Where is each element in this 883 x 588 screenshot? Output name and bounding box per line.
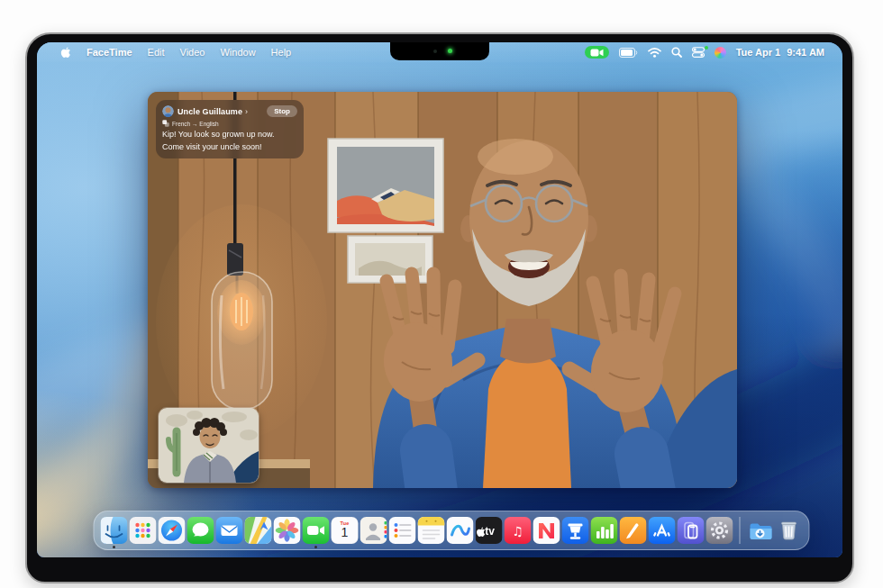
trash-icon[interactable] xyxy=(776,517,803,544)
webcam-icon xyxy=(433,50,437,53)
contacts-icon[interactable] xyxy=(360,517,387,544)
news-icon[interactable] xyxy=(533,517,560,544)
battery-icon[interactable] xyxy=(619,48,638,58)
translate-icon xyxy=(162,120,169,127)
menu-window[interactable]: Window xyxy=(220,47,255,58)
apple-newsroom-image: FaceTimeEditVideoWindowHelp xyxy=(0,0,883,588)
maps-icon[interactable] xyxy=(245,517,272,544)
camera-active-led xyxy=(448,49,452,53)
apple-menu[interactable] xyxy=(60,46,71,59)
macbook-screen: FaceTimeEditVideoWindowHelp xyxy=(37,42,842,557)
system-settings-icon[interactable] xyxy=(706,517,733,544)
facetime-window: Uncle Guillaume › Stop French → English xyxy=(148,92,737,488)
facetime-icon[interactable] xyxy=(303,517,330,544)
status-green-dot xyxy=(705,46,708,50)
numbers-icon[interactable] xyxy=(591,517,618,544)
keynote-icon[interactable] xyxy=(562,517,589,544)
iphone-mirroring-icon[interactable] xyxy=(678,517,705,544)
safari-icon[interactable] xyxy=(159,517,186,544)
control-center-icon[interactable] xyxy=(692,47,705,58)
menu-bar-clock[interactable]: Tue Apr 1 9:41 AM xyxy=(736,47,824,58)
speaker-name[interactable]: Uncle Guillaume xyxy=(178,107,242,116)
facetime-camera-indicator[interactable] xyxy=(585,46,609,59)
clock-time: 9:41 AM xyxy=(787,47,824,58)
launchpad-icon[interactable] xyxy=(130,517,157,544)
downloads-icon[interactable] xyxy=(747,517,774,544)
chevron-right-icon: › xyxy=(245,107,248,116)
macbook-frame: FaceTimeEditVideoWindowHelp xyxy=(25,32,854,583)
speaker-avatar xyxy=(162,105,174,117)
menu-edit[interactable]: Edit xyxy=(148,47,165,58)
display-notch xyxy=(390,42,489,60)
video-camera-icon xyxy=(590,49,604,57)
mail-icon[interactable] xyxy=(216,517,243,544)
menu-video[interactable]: Video xyxy=(180,47,205,58)
dock: Tue1tv♫ xyxy=(94,511,810,550)
local-video-feed xyxy=(159,408,259,483)
toggles-glyph xyxy=(692,47,705,58)
reminders-icon[interactable] xyxy=(389,517,416,544)
pages-icon[interactable] xyxy=(620,517,647,544)
apple-tv-icon[interactable]: tv xyxy=(476,517,503,544)
finder-icon[interactable] xyxy=(101,517,128,544)
calendar-icon[interactable]: Tue1 xyxy=(332,517,359,544)
notes-icon[interactable] xyxy=(418,517,445,544)
clock-date: Tue Apr 1 xyxy=(736,47,781,58)
caption-line: Come visit your uncle soon! xyxy=(162,141,297,152)
siri-icon[interactable] xyxy=(715,47,726,59)
svg-text:♫: ♫ xyxy=(512,524,523,538)
dock-divider xyxy=(740,517,741,544)
framed-painting-large xyxy=(328,139,443,232)
calendar-day: 1 xyxy=(341,526,349,539)
apple-logo-icon xyxy=(60,46,71,59)
photos-icon[interactable] xyxy=(274,517,301,544)
menu-facetime[interactable]: FaceTime xyxy=(86,47,132,58)
stop-button[interactable]: Stop xyxy=(267,105,297,117)
pip-self-video[interactable] xyxy=(159,408,259,483)
live-translation-overlay: Uncle Guillaume › Stop French → English xyxy=(156,100,304,158)
spotlight-search-icon[interactable] xyxy=(671,47,682,58)
caption-line: Kip! You look so grown up now. xyxy=(162,129,297,140)
app-store-icon[interactable] xyxy=(649,517,676,544)
wifi-icon[interactable] xyxy=(648,48,661,58)
music-icon[interactable]: ♫ xyxy=(505,517,532,544)
translation-direction: French → English xyxy=(172,121,219,127)
freeform-icon[interactable] xyxy=(447,517,474,544)
messages-icon[interactable] xyxy=(187,517,214,544)
svg-text:tv: tv xyxy=(485,525,495,538)
menu-help[interactable]: Help xyxy=(271,47,292,58)
